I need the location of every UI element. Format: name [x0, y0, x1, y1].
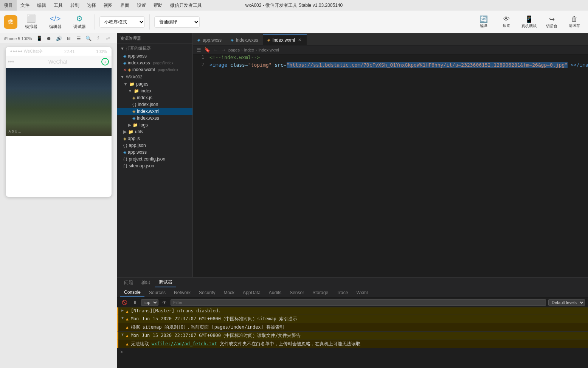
sim-btn-search[interactable]: 🔍	[84, 34, 93, 43]
menu-file[interactable]: 文件	[17, 0, 33, 11]
console-level-select[interactable]: Default levels	[548, 299, 585, 306]
editor-button[interactable]: </> 编辑器	[45, 12, 66, 32]
tab-app-wxss[interactable]: ◈ app.wxss	[193, 34, 226, 45]
open-editors-section[interactable]: ▼ 打开的编辑器	[117, 44, 192, 53]
close-icon[interactable]: ✕	[123, 68, 126, 72]
console-msg-sitemap-header: ▼ ▲ Mon Jun 15 2020 22:37:07 GMT+0800（中国…	[117, 315, 588, 323]
wxss-icon-2: ◈	[123, 61, 126, 65]
tree-utils-folder[interactable]: ▶ 📁 utils	[117, 128, 192, 135]
image-caption: A S U ...	[9, 129, 21, 133]
nav-forward-btn[interactable]: →	[220, 46, 227, 53]
sim-btn-phone[interactable]: 📱	[35, 34, 43, 43]
tree-pages-folder[interactable]: ▼ 📁 pages	[117, 81, 192, 87]
debugger-tab-console[interactable]: Console	[120, 288, 144, 297]
nav-list-btn[interactable]: ☰	[196, 46, 202, 53]
sim-btn-nav[interactable]: ⇌	[104, 34, 112, 43]
app-json-icon: { }	[123, 143, 127, 148]
tab-output[interactable]: 输出	[138, 278, 154, 287]
menu-wechat-devtools[interactable]: 微信开发者工具	[166, 0, 206, 11]
sim-btn-record[interactable]: ⏺	[45, 34, 53, 43]
project-section[interactable]: ▼ WXA002	[117, 73, 192, 81]
tree-app-js[interactable]: ◈ app.js	[117, 135, 192, 142]
tab-debugger[interactable]: 调试器	[155, 278, 176, 287]
tree-index-wxml[interactable]: ◈ index.wxml	[117, 108, 192, 115]
menu-goto[interactable]: 转到	[67, 0, 83, 11]
phone-title-text: WeChat	[48, 59, 67, 65]
debugger-tab-storage[interactable]: Storage	[309, 288, 332, 297]
tree-index-folder[interactable]: ▼ 📁 index	[117, 87, 192, 94]
real-machine-button[interactable]: 📱 真机调试	[519, 12, 539, 32]
console-prompt[interactable]: >	[117, 348, 588, 356]
utils-folder-icon: 📁	[128, 129, 133, 134]
mode-select[interactable]: 小程序模式	[99, 16, 145, 28]
msg-text-ntrans: [NTrans][Master] nTrans diasbled.	[131, 308, 585, 313]
menu-help[interactable]: 帮助	[150, 0, 166, 11]
sim-btn-sound[interactable]: 🔊	[55, 34, 63, 43]
tab-wxml-icon: ◈	[267, 38, 270, 42]
tree-index-js[interactable]: ◈ index.js	[117, 94, 192, 101]
console-context-select[interactable]: top	[141, 299, 158, 306]
tree-index-wxss[interactable]: ◈ index.wxss	[117, 115, 192, 122]
debugger-tab-trace[interactable]: Trace	[333, 288, 352, 297]
expand-arrow-3[interactable]: ▼	[121, 332, 124, 337]
tree-sitemap[interactable]: { } sitemap.json	[117, 162, 192, 169]
compile-button[interactable]: 🔄 编译	[474, 12, 493, 32]
logs-arrow: ▶	[128, 122, 131, 128]
tab-close-button[interactable]: ✕	[297, 37, 302, 42]
menu-tools[interactable]: 工具	[50, 0, 67, 11]
debugger-tab-sources[interactable]: Sources	[145, 288, 169, 297]
console-eye-btn[interactable]: 👁	[161, 299, 168, 306]
expand-arrow-2[interactable]: ▼	[121, 316, 124, 320]
tree-app-wxss[interactable]: ◈ app.wxss	[117, 149, 192, 156]
sim-btn-list[interactable]: ☰	[74, 34, 83, 43]
debugger-tab-network[interactable]: Network	[170, 288, 194, 297]
line-number-1: 1	[193, 55, 208, 62]
debugger-tab-appdata[interactable]: AppData	[239, 288, 264, 297]
console-clear-btn[interactable]: 🚫	[120, 299, 129, 306]
tree-app-json[interactable]: { } app.json	[117, 142, 192, 149]
wxfile-link[interactable]: wxfile://ad/ad_fetch.txt	[152, 341, 217, 346]
line-number-2: 2	[193, 62, 208, 70]
sim-btn-screen[interactable]: 🖥	[65, 34, 73, 43]
debugger-tab-security[interactable]: Security	[195, 288, 219, 297]
menu-view[interactable]: 视图	[100, 0, 116, 11]
clear-cache-button[interactable]: 🗑 清缓存	[565, 12, 584, 32]
main-toolbar: 微 ⬜ 模拟器 </> 编辑器 ⚙ 调试器 小程序模式 普通编译 🔄 编译 👁 …	[0, 11, 588, 33]
menu-project[interactable]: 项目	[0, 0, 17, 11]
open-file-app-wxss[interactable]: ◈ app.wxss	[117, 53, 192, 59]
folder-icon: 📁	[129, 82, 135, 87]
expand-arrow-1[interactable]: ▶	[121, 308, 124, 312]
simulator-toolbar: iPhone 5 100% 📱 ⏺ 🔊 🖥 ☰ 🔍 ⤴ ⇌	[0, 33, 117, 44]
phone-device: ●●●●● WeChat令 22:41 100% ••• WeChat ● A …	[6, 47, 112, 197]
tree-project-config[interactable]: { } project.config.json	[117, 156, 192, 162]
compile-select[interactable]: 普通编译	[154, 16, 200, 28]
title-bar: 项目 文件 编辑 工具 转到 选择 视图 界面 设置 帮助 微信开发者工具 wx…	[0, 0, 588, 11]
tree-logs-folder[interactable]: ▶ 📁 logs	[117, 122, 192, 128]
debugger-tab-mock[interactable]: Mock	[220, 288, 238, 297]
tab-index-wxml[interactable]: ◈ index.wxml ✕	[263, 34, 307, 45]
console-toggle-btn[interactable]: ⏸	[131, 299, 139, 306]
menu-interface[interactable]: 界面	[116, 0, 133, 11]
nav-bookmark-btn[interactable]: 🔖	[203, 46, 211, 53]
code-attr-class: class=	[230, 62, 248, 68]
open-file-index-wxml[interactable]: ✕ ◈ index.wxml pages\index	[117, 66, 192, 73]
code-content[interactable]: 1 <!--index.wxml--> 2 <image class="topi…	[193, 55, 588, 277]
tab-index-wxss[interactable]: ◈ index.wxss	[226, 34, 263, 45]
menu-settings[interactable]: 设置	[133, 0, 150, 11]
sim-btn-route[interactable]: ⤴	[94, 34, 102, 43]
msg-text-sitemap-child: 根据 sitemap 的规则[0]，当前页面 [pages/index/inde…	[131, 324, 585, 331]
tab-issues[interactable]: 问题	[120, 278, 137, 287]
preview-button[interactable]: 👁 预览	[496, 12, 516, 32]
open-file-index-wxss[interactable]: ◈ index.wxss pages\index	[117, 59, 192, 66]
simulator-button[interactable]: ⬜ 模拟器	[20, 12, 42, 32]
nav-back-btn[interactable]: ←	[213, 46, 219, 53]
debugger-tab-audits[interactable]: Audits	[265, 288, 285, 297]
menu-select[interactable]: 选择	[83, 0, 100, 11]
debugger-button[interactable]: ⚙ 调试器	[69, 12, 90, 32]
menu-edit[interactable]: 编辑	[33, 0, 50, 11]
debugger-tab-wxml[interactable]: Wxml	[352, 288, 371, 297]
debugger-tab-sensor[interactable]: Sensor	[286, 288, 308, 297]
tree-index-json[interactable]: { } index.json	[117, 101, 192, 108]
cut-back-button[interactable]: ↪ 切后台	[542, 12, 562, 32]
console-filter-input[interactable]	[171, 299, 546, 306]
